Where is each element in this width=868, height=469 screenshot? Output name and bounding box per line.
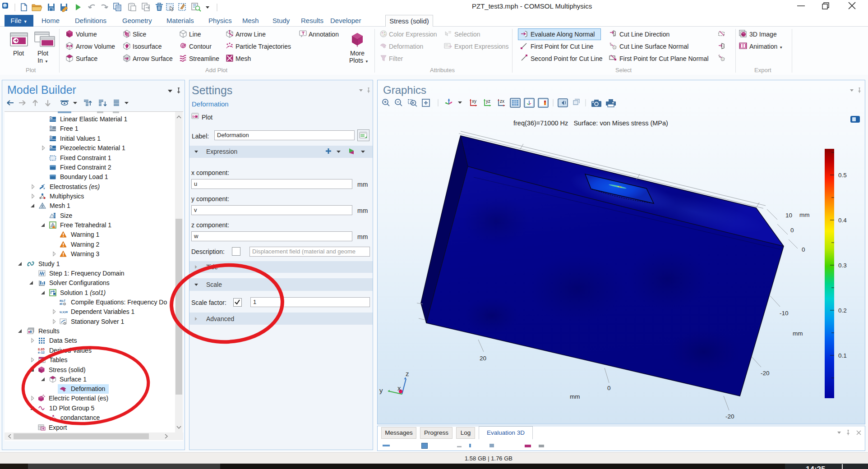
svg-text:0.1: 0.1: [838, 352, 847, 359]
svg-text:0.4: 0.4: [838, 217, 847, 224]
svg-text:0: 0: [802, 246, 805, 253]
svg-text:x: x: [397, 384, 401, 392]
svg-text:mm: mm: [793, 330, 803, 337]
svg-text:0: 0: [790, 227, 794, 234]
svg-text:-10: -10: [780, 310, 789, 317]
svg-text:mm: mm: [799, 212, 810, 218]
svg-text:0.5: 0.5: [838, 172, 847, 179]
svg-text:y: y: [379, 386, 383, 394]
svg-text:-20: -20: [725, 413, 734, 420]
svg-text:z: z: [406, 370, 409, 377]
svg-text:-20: -20: [761, 370, 770, 377]
svg-text:mm: mm: [570, 393, 580, 400]
svg-text:0.2: 0.2: [838, 307, 847, 314]
svg-text:0: 0: [607, 385, 611, 391]
svg-text:20: 20: [480, 355, 486, 362]
svg-text:0.3: 0.3: [838, 262, 847, 269]
svg-text:10: 10: [785, 212, 792, 219]
